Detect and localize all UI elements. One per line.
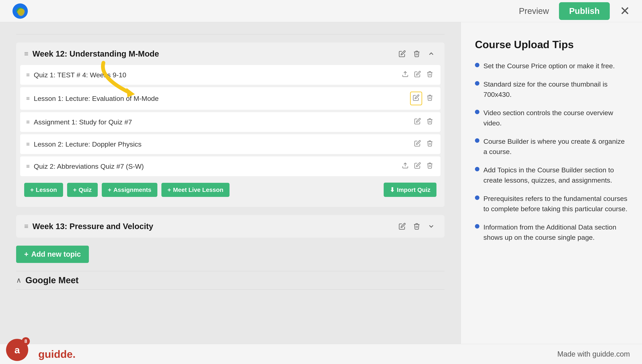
plus-icon: + xyxy=(24,250,29,258)
tip-bullet xyxy=(475,138,479,143)
item-edit-button[interactable] xyxy=(413,139,422,150)
tip-text: Course Builder is where you create & org… xyxy=(483,136,628,157)
avatar-initial: a xyxy=(15,344,20,356)
week12-header: ≡ Week 12: Understanding M-Mode xyxy=(16,42,445,65)
tip-bullet xyxy=(475,196,479,200)
week12-collapse-button[interactable] xyxy=(426,48,436,59)
lesson-name: Quiz 2: Abbreviations Quiz #7 (S-W) xyxy=(34,162,397,170)
item-delete-button[interactable] xyxy=(425,139,434,150)
week12-delete-button[interactable] xyxy=(412,48,422,59)
item-drag-handle[interactable]: ≡ xyxy=(26,118,30,126)
lesson-item: ≡ Quiz 2: Abbreviations Quiz #7 (S-W) xyxy=(20,156,441,176)
tip-item: Course Builder is where you create & org… xyxy=(475,136,628,157)
item-delete-button[interactable] xyxy=(425,93,434,104)
week12-actions xyxy=(397,48,436,59)
tip-bullet xyxy=(475,63,479,67)
chevron-up-icon: ∧ xyxy=(16,276,21,284)
add-assignments-button[interactable]: + Assignments xyxy=(102,183,157,197)
tip-item: Prerequisites refers to the fundamental … xyxy=(475,194,628,214)
lesson-item: ≡ Assignment 1: Study for Quiz #7 xyxy=(20,112,441,132)
tip-item: Standard size for the course thumbnail i… xyxy=(475,79,628,100)
google-meet-header: ∧ Google Meet xyxy=(16,271,445,290)
item-drag-handle[interactable]: ≡ xyxy=(26,141,30,148)
item-drag-handle[interactable]: ≡ xyxy=(26,95,30,102)
item-upload-button[interactable] xyxy=(401,70,410,80)
tip-bullet xyxy=(475,81,479,86)
week12-block: ≡ Week 12: Understanding M-Mode xyxy=(16,42,445,207)
item-edit-button[interactable] xyxy=(413,116,422,128)
week13-header: ≡ Week 13: Pressure and Velocity xyxy=(16,215,445,238)
add-quiz-label: Quiz xyxy=(79,186,92,193)
plus-icon: + xyxy=(167,186,171,193)
plus-icon: + xyxy=(73,186,77,193)
logo xyxy=(12,3,28,19)
add-meet-live-label: Meet Live Lesson xyxy=(173,186,223,193)
download-icon: ⬇ xyxy=(390,186,395,193)
guidde-logo: guidde. xyxy=(38,348,76,360)
tip-text: Information from the Additional Data sec… xyxy=(483,222,628,242)
add-new-topic-button[interactable]: + Add new topic xyxy=(16,246,89,263)
left-content: ≡ Week 12: Understanding M-Mode xyxy=(0,22,461,344)
item-delete-button[interactable] xyxy=(425,116,434,128)
tip-text: Set the Course Price option or make it f… xyxy=(483,61,615,71)
avatar[interactable]: a 8 xyxy=(6,339,28,361)
lesson-item: ≡ Lesson 1: Lecture: Evaluation of M-Mod… xyxy=(20,87,441,110)
tips-title: Course Upload Tips xyxy=(475,38,628,51)
lesson-actions xyxy=(413,139,434,150)
tip-item: Information from the Additional Data sec… xyxy=(475,222,628,242)
week13-expand-button[interactable] xyxy=(426,221,436,232)
lesson-item: ≡ Quiz 1: TEST # 4: Weeks 9-10 xyxy=(20,65,441,85)
lesson-actions xyxy=(410,92,434,105)
week13-delete-button[interactable] xyxy=(412,221,422,232)
item-drag-handle[interactable]: ≡ xyxy=(26,163,30,170)
preview-button[interactable]: Preview xyxy=(519,6,549,16)
publish-button[interactable]: Publish xyxy=(559,2,610,20)
right-sidebar: Course Upload Tips Set the Course Price … xyxy=(461,22,642,344)
avatar-container: a 8 xyxy=(6,339,28,361)
google-meet-title: Google Meet xyxy=(25,275,79,285)
main-layout: ≡ Week 12: Understanding M-Mode xyxy=(0,22,642,344)
week13-actions xyxy=(397,221,436,232)
add-buttons-row: + Lesson + Quiz + Assignments + Meet Liv… xyxy=(20,178,441,203)
item-edit-button-highlighted[interactable] xyxy=(410,92,422,105)
lesson-name: Assignment 1: Study for Quiz #7 xyxy=(34,118,409,126)
week12-edit-button[interactable] xyxy=(397,48,408,59)
item-delete-button[interactable] xyxy=(425,161,434,172)
lesson-item: ≡ Lesson 2: Lecture: Doppler Physics xyxy=(20,134,441,154)
lesson-name: Lesson 1: Lecture: Evaluation of M-Mode xyxy=(34,94,406,102)
item-edit-button[interactable] xyxy=(413,161,422,172)
week13-title: Week 13: Pressure and Velocity xyxy=(33,222,393,231)
lesson-name: Quiz 1: TEST # 4: Weeks 9-10 xyxy=(34,71,397,79)
tip-bullet xyxy=(475,224,479,228)
week13-block: ≡ Week 13: Pressure and Velocity xyxy=(16,215,445,238)
add-topic-label: Add new topic xyxy=(31,250,81,258)
item-upload-button[interactable] xyxy=(401,161,410,172)
add-lesson-button[interactable]: + Lesson xyxy=(24,183,63,197)
tip-bullet xyxy=(475,110,479,114)
week13-drag-handle[interactable]: ≡ xyxy=(24,222,29,230)
add-quiz-button[interactable]: + Quiz xyxy=(67,183,98,197)
week12-drag-handle[interactable]: ≡ xyxy=(24,50,29,58)
item-drag-handle[interactable]: ≡ xyxy=(26,72,30,78)
tip-text: Video section controls the course overvi… xyxy=(483,108,628,128)
add-meet-live-button[interactable]: + Meet Live Lesson xyxy=(161,183,229,197)
week12-lesson-items: ≡ Quiz 1: TEST # 4: Weeks 9-10 xyxy=(16,65,445,207)
made-with-text: Made with guidde.com xyxy=(557,350,630,358)
week13-edit-button[interactable] xyxy=(397,221,408,232)
section-divider xyxy=(16,34,445,34)
import-quiz-button[interactable]: ⬇ Import Quiz xyxy=(384,182,436,197)
lesson-actions xyxy=(401,70,434,80)
tip-text: Standard size for the course thumbnail i… xyxy=(483,79,628,100)
plus-icon: + xyxy=(108,186,111,193)
bottom-bar: guidde. Made with guidde.com xyxy=(0,344,642,364)
import-quiz-label: Import Quiz xyxy=(397,186,430,193)
tip-item: Add Topics in the Course Builder section… xyxy=(475,165,628,186)
tip-bullet xyxy=(475,167,479,171)
tip-text: Prerequisites refers to the fundamental … xyxy=(483,194,628,214)
item-edit-button[interactable] xyxy=(413,70,422,80)
tip-item: Set the Course Price option or make it f… xyxy=(475,61,628,71)
add-assignments-label: Assignments xyxy=(113,186,151,193)
close-button[interactable]: ✕ xyxy=(620,5,630,17)
lesson-actions xyxy=(413,116,434,128)
item-delete-button[interactable] xyxy=(425,70,434,80)
